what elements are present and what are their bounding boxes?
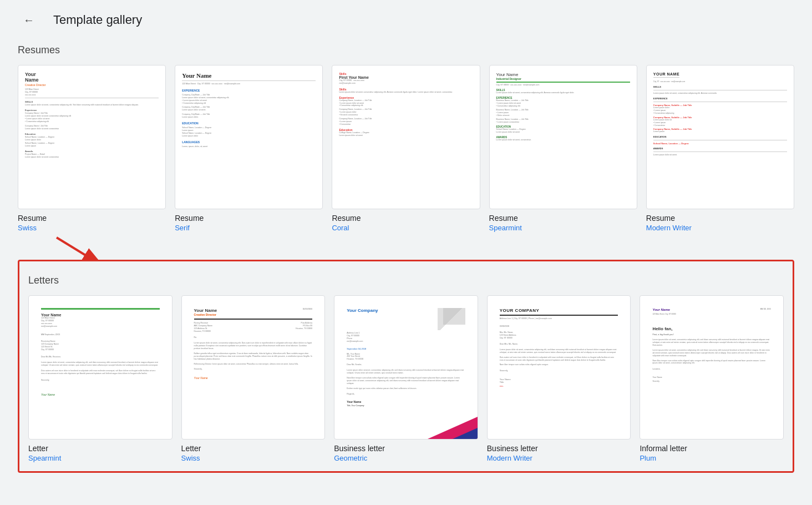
template-name-letter-swiss: Letter bbox=[181, 444, 326, 453]
letters-section: Letters Your Name 123 Main StreetCity, S… bbox=[18, 260, 794, 473]
resumes-grid: YourName Creative Director 123 Main Stre… bbox=[18, 65, 794, 232]
template-name-resume-spearmint: Resume bbox=[489, 214, 637, 223]
template-name-business-geo: Business letter bbox=[334, 444, 478, 453]
template-subname-resume-modern: Modern Writer bbox=[646, 224, 794, 232]
template-card-resume-spearmint[interactable]: Your Name Industrial Designer City, ST 0… bbox=[489, 65, 637, 232]
thumbnail-business-geo: Your Company Address Line 1City, ST 0000… bbox=[334, 295, 478, 440]
template-name-resume-modern: Resume bbox=[646, 214, 794, 223]
letters-grid: Your Name 123 Main StreetCity, ST 00000x… bbox=[28, 295, 784, 462]
thumbnail-resume-coral: Skills First Your Name City, ST 00000 · … bbox=[332, 65, 480, 209]
thumbnail-informal-plum: Your Name MM DD, 20XX 123 Main Street, C… bbox=[640, 295, 784, 440]
template-subname-letter-spearmint: Spearmint bbox=[28, 454, 172, 462]
template-name-letter-spearmint: Letter bbox=[28, 444, 172, 453]
template-card-resume-modern[interactable]: YOUR NAME City, ST · xxx-xxx-xxxx · me@e… bbox=[646, 65, 794, 232]
template-subname-resume-serif: Serif bbox=[175, 224, 323, 232]
template-name-resume-swiss: Resume bbox=[18, 214, 166, 223]
resumes-section: Resumes YourName Creative Director 123 M… bbox=[18, 44, 794, 232]
template-name-resume-coral: Resume bbox=[332, 214, 480, 223]
template-card-letter-swiss[interactable]: Your Name Creative Director 00/00/0000 R… bbox=[181, 295, 326, 462]
template-subname-business-modern: Modern Writer bbox=[487, 454, 631, 462]
template-card-letter-spearmint[interactable]: Your Name 123 Main StreetCity, ST 00000x… bbox=[28, 295, 172, 462]
template-card-business-modern[interactable]: YOUR COMPANY Address Line 1 | City, ST 0… bbox=[487, 295, 631, 462]
template-card-resume-swiss[interactable]: YourName Creative Director 123 Main Stre… bbox=[18, 65, 166, 232]
thumbnail-letter-swiss: Your Name Creative Director 00/00/0000 R… bbox=[181, 295, 326, 440]
template-name-business-modern: Business letter bbox=[487, 444, 631, 453]
thumbnail-business-modern: YOUR COMPANY Address Line 1 | City, ST 0… bbox=[487, 295, 631, 440]
template-card-resume-coral[interactable]: Skills First Your Name City, ST 00000 · … bbox=[332, 65, 480, 232]
template-name-resume-serif: Resume bbox=[175, 214, 323, 223]
template-subname-informal-plum: Plum bbox=[640, 454, 784, 462]
page-title: Template gallery bbox=[53, 13, 142, 27]
template-name-informal-plum: Informal letter bbox=[640, 444, 784, 453]
template-subname-business-geo: Geometric bbox=[334, 454, 478, 462]
template-card-business-geo[interactable]: Your Company Address Line 1City, ST 0000… bbox=[334, 295, 478, 462]
thumbnail-resume-modern: YOUR NAME City, ST · xxx-xxx-xxxx · me@e… bbox=[646, 65, 794, 209]
template-subname-resume-swiss: Swiss bbox=[18, 224, 166, 232]
thumbnail-resume-serif: Your Name 123 Main Street · City, ST 000… bbox=[175, 65, 323, 209]
thumbnail-letter-spearmint: Your Name 123 Main StreetCity, ST 00000x… bbox=[28, 295, 172, 440]
letters-section-title: Letters bbox=[28, 275, 784, 286]
template-subname-letter-swiss: Swiss bbox=[181, 454, 326, 462]
page-header: ← Template gallery bbox=[0, 0, 812, 40]
thumbnail-resume-spearmint: Your Name Industrial Designer City, ST 0… bbox=[489, 65, 637, 209]
template-card-resume-serif[interactable]: Your Name 123 Main Street · City, ST 000… bbox=[175, 65, 323, 232]
template-card-informal-plum[interactable]: Your Name MM DD, 20XX 123 Main Street, C… bbox=[640, 295, 784, 462]
template-subname-resume-coral: Coral bbox=[332, 224, 480, 232]
resumes-section-title: Resumes bbox=[18, 44, 794, 56]
main-content: Resumes YourName Creative Director 123 M… bbox=[0, 44, 812, 491]
template-subname-resume-spearmint: Spearmint bbox=[489, 224, 637, 232]
back-button[interactable]: ← bbox=[18, 9, 40, 31]
thumbnail-resume-swiss: YourName Creative Director 123 Main Stre… bbox=[18, 65, 166, 209]
